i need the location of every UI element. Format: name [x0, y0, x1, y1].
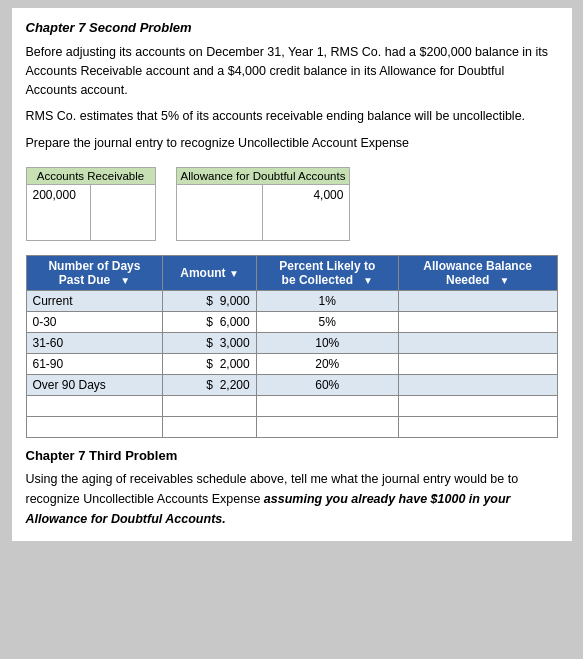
percent-cell: 60% — [256, 374, 398, 395]
allowance-t-account: Allowance for Doubtful Accounts 4,000 — [176, 167, 351, 241]
amount-cell: $ 3,000 — [163, 332, 256, 353]
days-cell: 0-30 — [26, 311, 163, 332]
chapter7-second-title: Chapter 7 Second Problem — [26, 20, 558, 35]
currency-symbol: $ — [206, 378, 213, 392]
col-percent-label: Percent Likely tobe Collected — [279, 259, 375, 287]
days-cell: 31-60 — [26, 332, 163, 353]
col-amount-label: Amount — [180, 266, 225, 280]
blank-cell — [163, 395, 256, 416]
para3: Prepare the journal entry to recognize U… — [26, 134, 558, 153]
allowance-cell — [398, 353, 557, 374]
aging-table: Number of DaysPast Due ▼ Amount ▼ Percen… — [26, 255, 558, 438]
accounts-receivable-credit — [91, 185, 155, 240]
days-cell: Over 90 Days — [26, 374, 163, 395]
allowance-cell — [398, 332, 557, 353]
percent-cell: 5% — [256, 311, 398, 332]
accounts-receivable-debit: 200,000 — [27, 185, 92, 240]
allowance-cell — [398, 290, 557, 311]
aging-table-row: Over 90 Days$ 2,20060% — [26, 374, 557, 395]
ledger-area: Accounts Receivable 200,000 Allowance fo… — [26, 167, 558, 241]
blank-cell — [26, 395, 163, 416]
col-days-header: Number of DaysPast Due ▼ — [26, 255, 163, 290]
currency-symbol: $ — [206, 357, 213, 371]
percent-dropdown-arrow[interactable]: ▼ — [363, 275, 373, 286]
chapter7-third-text: Using the aging of receivables schedule … — [26, 469, 558, 529]
main-content: Chapter 7 Second Problem Before adjustin… — [12, 8, 572, 541]
blank-cell — [256, 416, 398, 437]
col-allowance-header: Allowance BalanceNeeded ▼ — [398, 255, 557, 290]
currency-symbol: $ — [206, 294, 213, 308]
days-cell: Current — [26, 290, 163, 311]
allowance-cell — [398, 374, 557, 395]
allowance-debit — [177, 185, 264, 240]
para2: RMS Co. estimates that 5% of its account… — [26, 107, 558, 126]
aging-table-row: Current$ 9,0001% — [26, 290, 557, 311]
percent-cell: 10% — [256, 332, 398, 353]
currency-symbol: $ — [206, 336, 213, 350]
amount-cell: $ 6,000 — [163, 311, 256, 332]
accounts-receivable-t-account: Accounts Receivable 200,000 — [26, 167, 156, 241]
blank-cell — [398, 395, 557, 416]
days-dropdown-arrow[interactable]: ▼ — [120, 275, 130, 286]
allowance-label: Allowance for Doubtful Accounts — [177, 168, 350, 185]
aging-table-row: 0-30$ 6,0005% — [26, 311, 557, 332]
allowance-cell — [398, 311, 557, 332]
amount-cell: $ 9,000 — [163, 290, 256, 311]
col-percent-header: Percent Likely tobe Collected ▼ — [256, 255, 398, 290]
aging-table-row: 31-60$ 3,00010% — [26, 332, 557, 353]
accounts-receivable-body: 200,000 — [27, 185, 155, 240]
page-wrapper: Chapter 7 Second Problem Before adjustin… — [0, 0, 583, 659]
blank-cell — [256, 395, 398, 416]
allowance-body: 4,000 — [177, 185, 350, 240]
blank-cell — [26, 416, 163, 437]
aging-table-blank-row — [26, 416, 557, 437]
aging-table-row: 61-90$ 2,00020% — [26, 353, 557, 374]
aging-table-body: Current$ 9,0001%0-30$ 6,0005%31-60$ 3,00… — [26, 290, 557, 437]
amount-cell: $ 2,000 — [163, 353, 256, 374]
para1: Before adjusting its accounts on Decembe… — [26, 43, 558, 99]
accounts-receivable-label: Accounts Receivable — [27, 168, 155, 185]
amount-cell: $ 2,200 — [163, 374, 256, 395]
col-allowance-label: Allowance BalanceNeeded — [423, 259, 532, 287]
aging-table-header-row: Number of DaysPast Due ▼ Amount ▼ Percen… — [26, 255, 557, 290]
blank-cell — [163, 416, 256, 437]
currency-symbol: $ — [206, 315, 213, 329]
amount-dropdown-arrow[interactable]: ▼ — [229, 268, 239, 279]
allowance-credit: 4,000 — [263, 185, 349, 240]
aging-table-blank-row — [26, 395, 557, 416]
blank-cell — [398, 416, 557, 437]
days-cell: 61-90 — [26, 353, 163, 374]
col-amount-header: Amount ▼ — [163, 255, 256, 290]
chapter7-third-title: Chapter 7 Third Problem — [26, 448, 558, 463]
percent-cell: 20% — [256, 353, 398, 374]
allowance-dropdown-arrow[interactable]: ▼ — [499, 275, 509, 286]
percent-cell: 1% — [256, 290, 398, 311]
